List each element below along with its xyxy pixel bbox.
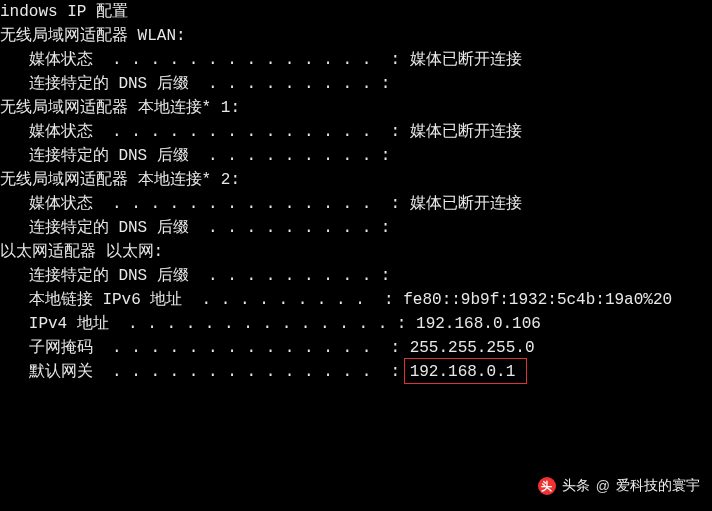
adapter-row: 连接特定的 DNS 后缀 . . . . . . . . . :	[0, 144, 712, 168]
watermark-at: @	[596, 478, 610, 494]
adapter-row: 连接特定的 DNS 后缀 . . . . . . . . . :	[0, 72, 712, 96]
adapter-title: 以太网适配器 以太网:	[0, 240, 712, 264]
adapter-row: 媒体状态 . . . . . . . . . . . . . . : 媒体已断开…	[0, 48, 712, 72]
adapter-row: 子网掩码 . . . . . . . . . . . . . . : 255.2…	[0, 336, 712, 360]
watermark-prefix: 头条	[562, 477, 590, 495]
ipconfig-header: indows IP 配置	[0, 0, 712, 24]
watermark-badge-icon: 头	[538, 477, 556, 495]
adapter-title: 无线局域网适配器 WLAN:	[0, 24, 712, 48]
adapter-row: 媒体状态 . . . . . . . . . . . . . . : 媒体已断开…	[0, 120, 712, 144]
adapter-title: 无线局域网适配器 本地连接* 1:	[0, 96, 712, 120]
adapter-title: 无线局域网适配器 本地连接* 2:	[0, 168, 712, 192]
adapter-row: 本地链接 IPv6 地址 . . . . . . . . . : fe80::9…	[0, 288, 712, 312]
terminal-output: indows IP 配置无线局域网适配器 WLAN: 媒体状态 . . . . …	[0, 0, 712, 384]
adapter-row: 媒体状态 . . . . . . . . . . . . . . : 媒体已断开…	[0, 192, 712, 216]
adapter-row: 连接特定的 DNS 后缀 . . . . . . . . . :	[0, 216, 712, 240]
adapter-row: 连接特定的 DNS 后缀 . . . . . . . . . :	[0, 264, 712, 288]
watermark: 头 头条 @ 爱科技的寰宇	[538, 477, 700, 495]
watermark-name: 爱科技的寰宇	[616, 477, 700, 495]
adapter-row: 默认网关 . . . . . . . . . . . . . . : 192.1…	[0, 360, 712, 384]
adapter-row: IPv4 地址 . . . . . . . . . . . . . . : 19…	[0, 312, 712, 336]
